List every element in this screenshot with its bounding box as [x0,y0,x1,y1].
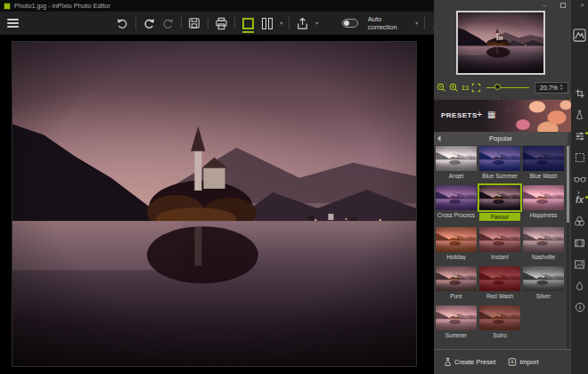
film-strip-icon[interactable] [571,236,588,249]
preset-thumbnail [523,185,564,210]
preset-item[interactable]: Happiness [523,185,564,221]
zoom-slider[interactable] [486,83,529,92]
create-preset-icon [443,357,452,367]
share-dropdown-caret-icon[interactable]: ▾ [315,20,318,26]
minimize-icon[interactable]: – [543,2,546,9]
preset-item[interactable]: Summer [436,305,477,338]
preset-item[interactable]: Pure [436,266,477,299]
preset-label: Red Wash [479,293,520,299]
color-circles-icon[interactable] [571,215,588,228]
photo-image [12,42,416,366]
create-preset-label: Create Preset [454,358,495,366]
ink-drop-icon[interactable] [571,279,588,292]
print-icon[interactable] [215,16,228,30]
preset-item[interactable]: Nashville [523,227,564,260]
preset-item[interactable]: Cross Process [436,185,477,221]
toolbar-separator [234,17,235,29]
preset-label: Sutro [479,332,520,338]
right-toolbar-rail: fx [571,0,588,374]
split-view-icon[interactable] [260,16,274,30]
preset-thumbnail [479,227,520,252]
preset-item[interactable]: Holiday [436,227,477,260]
preset-item[interactable]: Angel [436,146,477,179]
butterfly-decoration [503,105,518,117]
toolbar-separator [208,17,208,29]
preset-thumbnail [479,266,520,291]
add-preset-icon[interactable]: + [477,110,482,119]
preset-thumbnail [479,305,520,330]
preset-thumbnail [479,146,520,171]
preset-item[interactable]: Blue Summer [479,146,520,179]
preset-item[interactable]: Sutro [479,305,520,338]
preset-thumbnail [436,266,477,291]
actual-size-icon[interactable]: 1:1 [461,85,469,91]
create-preset-button[interactable]: Create Preset [443,357,495,367]
preset-category-popular[interactable]: Popular [434,132,568,145]
auto-correction-toggle[interactable] [342,19,358,28]
preset-thumbnail [436,146,477,171]
glasses-icon[interactable] [571,172,588,185]
undo-icon[interactable] [116,16,129,30]
auto-correction-caret-icon[interactable]: ▾ [415,20,418,26]
preset-thumbnail [436,227,477,252]
preset-thumbnail [436,305,477,330]
single-view-icon[interactable] [241,16,255,30]
maximize-icon[interactable] [560,3,566,8]
view-dropdown-caret-icon[interactable]: ▾ [280,20,282,26]
preset-label: Angel [436,173,477,179]
menu-hamburger-icon[interactable] [7,19,19,28]
presets-title: PRESETS [441,111,478,119]
preset-scrollbar-thumb[interactable] [567,146,569,223]
app-logo-icon [4,3,11,10]
preset-label: Cross Process [436,212,477,218]
zoom-in-icon[interactable] [449,83,459,93]
window-controls: – × [543,0,584,11]
import-button[interactable]: Import [508,357,538,367]
selection-icon[interactable] [571,150,588,164]
toolbar: ▾ ▾ Auto correction ▾ ▾ [0,12,434,35]
zoom-spinner-icon[interactable]: ▲▼ [559,84,563,90]
share-icon[interactable] [296,16,309,30]
preset-item[interactable]: Instant [479,227,520,260]
preset-item[interactable]: Silver [523,266,564,299]
auto-correction-label: Auto correction [368,15,410,31]
photo-canvas[interactable] [0,35,434,374]
flask-icon[interactable] [571,108,588,121]
preset-grid: AngelBlue SummerBlue WashCross ProcessFa… [435,146,567,349]
photo-frame-icon[interactable] [571,257,588,271]
preset-thumbnail [523,146,564,171]
toolbar-separator [289,17,290,29]
adjustments-icon[interactable] [571,129,588,142]
app-window: Photo1.jpg - inPixio Photo Editor [0,0,588,374]
histogram-icon[interactable] [571,28,588,42]
zoom-slider-handle[interactable] [494,84,501,90]
redo-all-icon[interactable] [161,16,175,30]
fit-screen-icon[interactable] [471,83,481,93]
collapse-panel-chevron-icon[interactable] [434,92,566,100]
toolbar-separator [424,17,425,29]
toolbar-separator [135,17,136,29]
preset-thumbnail [479,185,520,210]
preset-scrollbar[interactable] [567,146,569,349]
window-title: Photo1.jpg - inPixio Photo Editor [14,2,110,10]
preset-item[interactable]: Favour [479,185,520,221]
presets-header[interactable]: PRESETS + ▦ [434,100,571,132]
preset-item[interactable]: Red Wash [479,266,520,299]
panel-expand-arrow-icon[interactable]: › [577,189,580,197]
crop-icon[interactable] [571,86,588,100]
save-icon[interactable] [188,16,201,30]
navigator-thumbnail[interactable] [456,11,545,75]
import-icon [508,357,517,367]
close-icon[interactable]: × [580,2,584,9]
info-icon[interactable] [571,300,588,313]
preset-label: Silver [523,293,564,299]
preset-label: Happiness [523,212,564,218]
preset-label: Blue Wash [523,173,564,179]
zoom-out-icon[interactable] [437,83,446,93]
category-label: Popular [443,134,559,142]
preset-item[interactable]: Blue Wash [523,146,564,179]
preset-grid-view-icon[interactable]: ▦ [487,110,495,119]
preset-label: Pure [436,293,477,299]
redo-icon[interactable] [143,16,156,30]
main-area: Photo1.jpg - inPixio Photo Editor [0,0,434,374]
